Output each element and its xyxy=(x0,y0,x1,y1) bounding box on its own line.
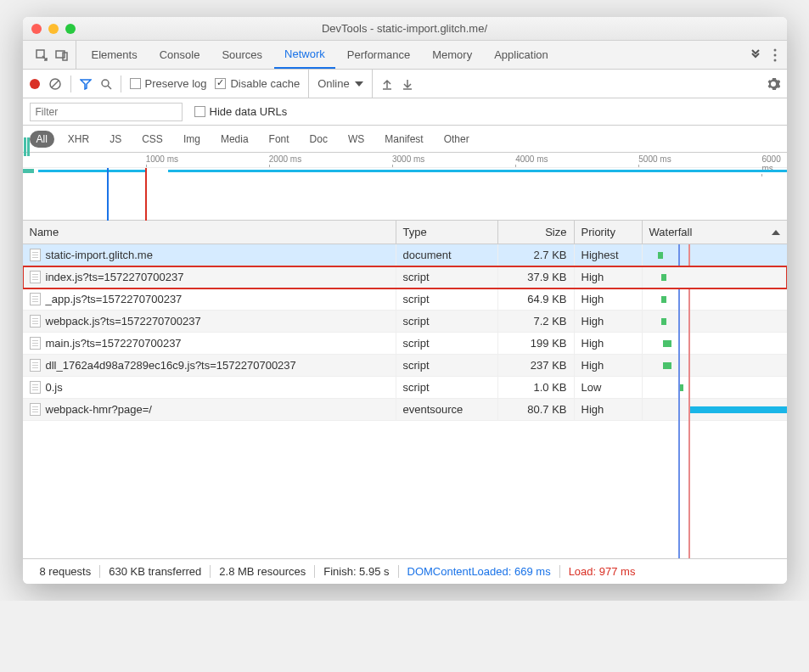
table-row[interactable]: static-import.glitch.medocument2.7 KBHig… xyxy=(23,244,787,266)
cell-waterfall xyxy=(643,311,787,332)
cell-name: 0.js xyxy=(23,377,396,398)
throttling-select[interactable]: Online xyxy=(308,70,373,98)
cell-name: webpack.js?ts=1572270700237 xyxy=(23,311,396,332)
tab-sources[interactable]: Sources xyxy=(211,41,272,69)
kebab-menu-icon[interactable] xyxy=(773,48,777,62)
cell-priority: High xyxy=(575,333,643,354)
timeline-overview[interactable]: 1000 ms2000 ms3000 ms4000 ms5000 ms6000 … xyxy=(23,153,787,221)
record-button[interactable] xyxy=(30,79,40,89)
tab-application[interactable]: Application xyxy=(484,41,559,69)
table-row[interactable]: _app.js?ts=1572270700237script64.9 KBHig… xyxy=(23,288,787,311)
hide-data-urls-checkbox[interactable]: Hide data URLs xyxy=(194,105,288,118)
header-waterfall[interactable]: Waterfall xyxy=(643,221,787,244)
cell-waterfall xyxy=(643,244,787,266)
tab-network[interactable]: Network xyxy=(274,41,335,69)
disable-cache-checkbox[interactable]: Disable cache xyxy=(215,77,300,90)
cell-waterfall xyxy=(643,266,787,288)
file-icon xyxy=(30,315,41,328)
type-filter-media[interactable]: Media xyxy=(214,131,256,148)
inspect-element-icon[interactable] xyxy=(35,48,48,62)
type-filter-doc[interactable]: Doc xyxy=(303,131,334,148)
device-toggle-icon[interactable] xyxy=(55,48,69,62)
type-filter-font[interactable]: Font xyxy=(262,131,296,148)
traffic-lights xyxy=(31,24,76,34)
sort-asc-icon xyxy=(772,230,780,235)
upload-har-icon[interactable] xyxy=(381,78,393,90)
cell-name: _app.js?ts=1572270700237 xyxy=(23,288,396,310)
table-header: Name Type Size Priority Waterfall xyxy=(23,221,787,244)
network-toolbar: Preserve log Disable cache Online xyxy=(23,70,787,98)
svg-point-7 xyxy=(102,80,109,87)
cell-waterfall xyxy=(643,333,787,354)
preserve-log-label: Preserve log xyxy=(145,77,207,90)
filter-input[interactable] xyxy=(30,103,183,121)
table-row[interactable]: main.js?ts=1572270700237script199 KBHigh xyxy=(23,333,787,355)
table-row[interactable]: webpack-hmr?page=/eventsource80.7 KBHigh xyxy=(23,399,787,421)
maximize-window-button[interactable] xyxy=(65,24,76,34)
status-bar: 8 requests 630 KB transferred 2.8 MB res… xyxy=(23,558,787,584)
download-har-icon[interactable] xyxy=(402,78,413,90)
tab-performance[interactable]: Performance xyxy=(337,41,420,69)
header-type[interactable]: Type xyxy=(396,221,498,244)
header-name[interactable]: Name xyxy=(23,221,396,244)
close-window-button[interactable] xyxy=(31,24,42,34)
svg-point-4 xyxy=(773,53,776,56)
status-transferred: 630 KB transferred xyxy=(100,565,211,578)
preserve-log-checkbox[interactable]: Preserve log xyxy=(130,77,207,90)
search-icon[interactable] xyxy=(100,78,112,90)
tab-console[interactable]: Console xyxy=(149,41,211,69)
cell-waterfall xyxy=(643,355,787,376)
cell-name: static-import.glitch.me xyxy=(23,244,396,266)
more-tabs-icon[interactable] xyxy=(743,49,768,61)
table-row[interactable]: dll_1762a4d98a7289ec16c9.js?ts=157227070… xyxy=(23,355,787,377)
cell-name: webpack-hmr?page=/ xyxy=(23,399,396,420)
file-icon xyxy=(30,337,41,350)
hide-data-urls-label: Hide data URLs xyxy=(210,105,288,118)
panel-tabbar: ElementsConsoleSourcesNetworkPerformance… xyxy=(23,41,787,70)
cell-type: script xyxy=(396,288,498,310)
table-row[interactable]: webpack.js?ts=1572270700237script7.2 KBH… xyxy=(23,311,787,333)
type-filter-manifest[interactable]: Manifest xyxy=(378,131,430,148)
type-filter-ws[interactable]: WS xyxy=(341,131,371,148)
ruler-tick: 5000 ms xyxy=(638,154,671,164)
svg-point-5 xyxy=(773,59,776,61)
cell-type: eventsource xyxy=(396,399,498,420)
cell-priority: High xyxy=(575,355,643,376)
cell-name: dll_1762a4d98a7289ec16c9.js?ts=157227070… xyxy=(23,355,396,376)
clear-button[interactable] xyxy=(48,77,62,91)
ruler-tick: 1000 ms xyxy=(146,154,178,164)
file-icon xyxy=(30,381,41,394)
cell-size: 1.0 KB xyxy=(498,377,575,398)
settings-gear-icon[interactable] xyxy=(767,77,780,91)
cell-type: script xyxy=(396,355,498,376)
cell-waterfall xyxy=(643,377,787,398)
filter-toggle-icon[interactable] xyxy=(80,78,92,90)
status-load: Load: 977 ms xyxy=(560,565,644,578)
type-filter-js[interactable]: JS xyxy=(103,131,128,148)
cell-type: script xyxy=(396,377,498,398)
type-filter-xhr[interactable]: XHR xyxy=(61,131,96,148)
cell-priority: Low xyxy=(575,377,643,398)
cell-priority: High xyxy=(575,266,643,288)
type-filter-img[interactable]: Img xyxy=(177,131,207,148)
minimize-window-button[interactable] xyxy=(48,24,59,34)
cell-size: 37.9 KB xyxy=(498,266,575,288)
type-filter-css[interactable]: CSS xyxy=(135,131,170,148)
cell-type: script xyxy=(396,311,498,332)
header-priority[interactable]: Priority xyxy=(575,221,643,244)
tab-elements[interactable]: Elements xyxy=(81,41,148,69)
file-icon xyxy=(30,271,41,283)
table-row[interactable]: 0.jsscript1.0 KBLow xyxy=(23,377,787,399)
cell-name: index.js?ts=1572270700237 xyxy=(23,266,396,288)
type-filter-other[interactable]: Other xyxy=(437,131,476,148)
window-title: DevTools - static-import.glitch.me/ xyxy=(23,22,787,35)
header-size[interactable]: Size xyxy=(498,221,575,244)
cell-type: document xyxy=(396,244,498,266)
filter-bar: Hide data URLs xyxy=(23,98,787,126)
type-filter-all[interactable]: All xyxy=(30,131,54,148)
tab-memory[interactable]: Memory xyxy=(422,41,482,69)
file-icon xyxy=(30,293,41,305)
cell-waterfall xyxy=(643,399,787,420)
ruler-tick: 3000 ms xyxy=(392,154,424,164)
table-row[interactable]: index.js?ts=1572270700237script37.9 KBHi… xyxy=(23,266,787,288)
